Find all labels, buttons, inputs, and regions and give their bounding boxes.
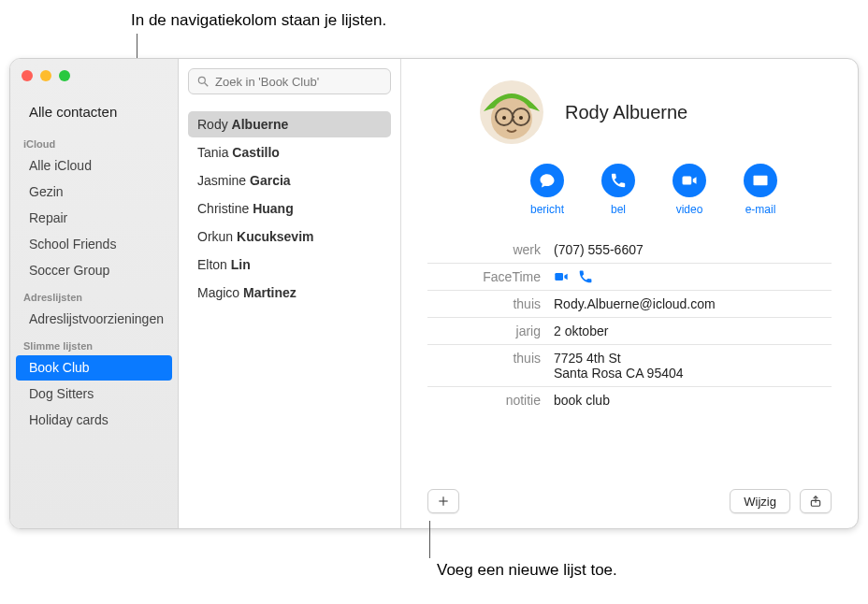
search-icon bbox=[196, 75, 210, 88]
facetime-video-icon[interactable] bbox=[554, 269, 569, 284]
sidebar: Alle contacten iCloudAlle iCloudGezinRep… bbox=[10, 59, 179, 528]
svg-rect-10 bbox=[555, 273, 563, 280]
facetime-audio-icon[interactable] bbox=[578, 269, 593, 284]
info-value[interactable]: 7725 4th St Santa Rosa CA 95404 bbox=[554, 351, 832, 381]
info-key: jarig bbox=[427, 324, 554, 338]
contact-list-item[interactable]: Rody Albuerne bbox=[188, 111, 391, 137]
sidebar-item[interactable]: Adreslijstvoorzieningen bbox=[16, 307, 172, 332]
contact-list-item[interactable]: Orkun Kucuksevim bbox=[188, 223, 391, 250]
callout-bottom: Voeg een nieuwe lijst toe. bbox=[437, 561, 617, 580]
action-video-label: video bbox=[676, 203, 703, 216]
sidebar-item[interactable]: Repair bbox=[16, 206, 172, 231]
add-button[interactable] bbox=[427, 489, 459, 513]
info-row: FaceTime bbox=[427, 263, 832, 290]
message-icon bbox=[530, 164, 564, 197]
info-key: werk bbox=[427, 242, 554, 257]
share-button[interactable] bbox=[800, 489, 832, 513]
info-key: notitie bbox=[427, 393, 554, 408]
callout-top: In de navigatiekolom staan je lijsten. bbox=[131, 11, 386, 30]
info-row: thuis7725 4th St Santa Rosa CA 95404 bbox=[427, 344, 832, 386]
action-message-label: bericht bbox=[530, 203, 564, 216]
edit-button[interactable]: Wijzig bbox=[730, 489, 790, 513]
info-value[interactable]: 2 oktober bbox=[554, 324, 832, 338]
sidebar-item[interactable]: School Friends bbox=[16, 232, 172, 257]
contact-list: Rody AlbuerneTania CastilloJasmine Garci… bbox=[188, 111, 391, 306]
contact-name: Rody Albuerne bbox=[565, 102, 687, 123]
action-call-label: bel bbox=[611, 203, 626, 216]
contact-list-item[interactable]: Elton Lin bbox=[188, 252, 391, 278]
info-value[interactable] bbox=[554, 269, 832, 284]
callout-line-bottom bbox=[429, 521, 430, 558]
action-video[interactable]: video bbox=[673, 164, 706, 216]
svg-point-0 bbox=[198, 77, 205, 83]
phone-icon bbox=[601, 164, 635, 197]
info-row: notitiebook club bbox=[427, 386, 832, 413]
search-input[interactable] bbox=[210, 74, 383, 90]
zoom-window[interactable] bbox=[59, 70, 70, 81]
action-email[interactable]: e-mail bbox=[744, 164, 777, 216]
contact-info: werk(707) 555-6607FaceTimethuisRody.Albu… bbox=[427, 237, 832, 482]
info-row: werk(707) 555-6607 bbox=[427, 237, 832, 263]
sidebar-item[interactable]: Soccer Group bbox=[16, 258, 172, 283]
close-window[interactable] bbox=[22, 70, 33, 81]
share-icon bbox=[809, 495, 822, 508]
info-key: thuis bbox=[427, 296, 554, 311]
action-call[interactable]: bel bbox=[601, 164, 635, 216]
sidebar-item[interactable]: Alle iCloud bbox=[16, 153, 172, 179]
sidebar-item[interactable]: Book Club bbox=[16, 355, 172, 381]
contacts-window: Alle contacten iCloudAlle iCloudGezinRep… bbox=[9, 58, 859, 529]
info-key: FaceTime bbox=[427, 269, 554, 284]
svg-line-1 bbox=[205, 83, 209, 87]
video-icon bbox=[673, 164, 706, 197]
avatar bbox=[479, 79, 544, 145]
plus-icon bbox=[437, 495, 450, 508]
info-row: thuisRody.Albuerne@icloud.com bbox=[427, 290, 832, 317]
contact-list-item[interactable]: Christine Huang bbox=[188, 195, 391, 222]
action-email-label: e-mail bbox=[745, 203, 776, 216]
info-value[interactable]: (707) 555-6607 bbox=[554, 242, 832, 257]
contact-list-column: Rody AlbuerneTania CastilloJasmine Garci… bbox=[179, 59, 401, 528]
info-key: thuis bbox=[427, 351, 554, 381]
action-message[interactable]: bericht bbox=[530, 164, 564, 216]
window-controls bbox=[10, 59, 178, 98]
minimize-window[interactable] bbox=[40, 70, 51, 81]
email-icon bbox=[744, 164, 777, 197]
sidebar-item[interactable]: Holiday cards bbox=[16, 408, 172, 433]
sidebar-item[interactable]: Dog Sitters bbox=[16, 381, 172, 407]
sidebar-item[interactable]: Gezin bbox=[16, 180, 172, 205]
sidebar-all-contacts[interactable]: Alle contacten bbox=[16, 99, 172, 130]
contact-list-item[interactable]: Jasmine Garcia bbox=[188, 167, 391, 194]
sidebar-section-title: iCloud bbox=[10, 131, 178, 152]
contact-list-item[interactable]: Tania Castillo bbox=[188, 139, 391, 165]
svg-point-8 bbox=[519, 116, 523, 120]
contact-list-item[interactable]: Magico Martinez bbox=[188, 280, 391, 306]
svg-rect-9 bbox=[683, 177, 692, 185]
sidebar-section-title: Adreslijsten bbox=[10, 284, 178, 306]
info-value[interactable]: Rody.Albuerne@icloud.com bbox=[554, 296, 832, 311]
info-row: jarig2 oktober bbox=[427, 317, 832, 344]
sidebar-section-title: Slimme lijsten bbox=[10, 333, 178, 354]
contact-card: Rody Albuerne bericht bel bbox=[401, 59, 858, 528]
info-value[interactable]: book club bbox=[554, 393, 832, 408]
svg-point-7 bbox=[502, 116, 506, 120]
search-box[interactable] bbox=[188, 68, 391, 94]
